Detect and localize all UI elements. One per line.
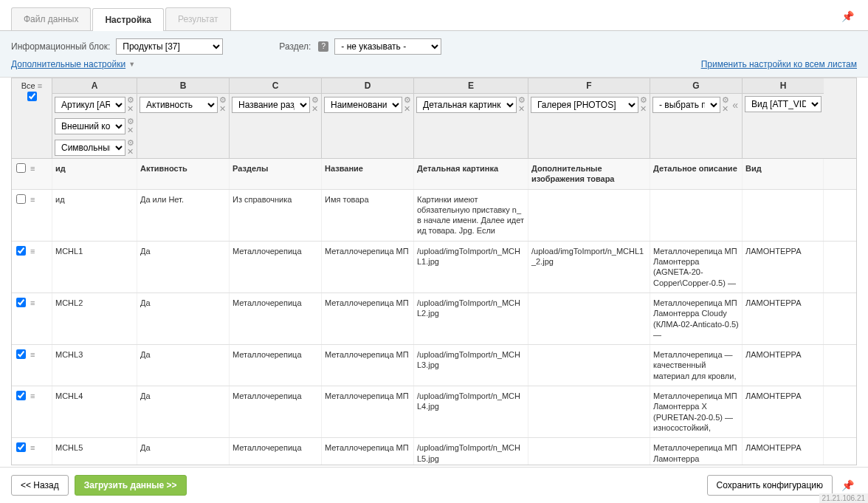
th-b: Активность [137,159,230,189]
tab-result: Результат [165,7,231,30]
drag-icon[interactable]: ≡ [30,298,35,308]
drag-icon[interactable]: ≡ [30,163,35,174]
tab-file[interactable]: Файл данных [11,7,91,30]
close-icon[interactable]: ✕ [640,105,647,113]
cell-e: /upload/imgToImport/n_MCHL1.jpg [414,242,528,292]
pin-icon[interactable]: 📌 [838,7,857,30]
gear-icon[interactable]: ⚙ [404,96,411,104]
all-label: Все [21,81,35,90]
cell-b: Да [137,242,230,292]
row-checkbox[interactable] [16,194,26,204]
col-e-select[interactable]: Детальная картинка (путь) [416,97,517,113]
apply-all-link[interactable]: Применить настройки ко всем листам [701,59,857,69]
drag-icon[interactable]: ≡ [30,349,35,360]
cell-d: Имя товара [322,190,414,241]
section-select[interactable]: - не указывать - [334,38,441,55]
col-g-select[interactable]: - выбрать поле - [652,97,720,113]
close-icon[interactable]: ✕ [127,148,134,156]
cell-f [528,293,650,344]
gear-icon[interactable]: ⚙ [722,96,729,104]
col-d-select[interactable]: Наименование элемента [324,97,402,113]
cell-e: /upload/imgToImport/n_MCHL4.jpg [414,386,528,437]
close-icon[interactable]: ✕ [311,105,319,113]
cell-h: ЛАМОНТЕРРА [743,386,824,437]
checkbox-all[interactable] [27,92,37,101]
drag-icon[interactable]: ≡ [30,194,35,205]
save-config-button[interactable]: Сохранить конфигурацию [707,475,833,496]
load-data-button[interactable]: Загрузить данные >> [75,475,187,496]
gear-icon[interactable]: ⚙ [311,96,319,104]
close-icon[interactable]: ✕ [127,126,134,134]
chevron-down-icon: ▼ [128,61,135,68]
gear-icon[interactable]: ⚙ [640,96,647,104]
row-checkbox[interactable] [16,391,26,400]
col-letter-g: G [650,78,742,94]
cell-h: ЛАМОНТЕРРА [743,438,824,465]
th-a: ид [52,159,137,189]
cell-f [528,190,650,241]
row-checkbox[interactable] [16,442,26,452]
col-a-select-3[interactable]: Символьный код [55,140,125,156]
cell-a: MCHL5 [52,438,137,465]
close-icon[interactable]: ✕ [722,105,729,113]
checkbox-head[interactable] [16,163,26,173]
col-letter-b: B [137,78,229,94]
col-b-select[interactable]: Активность [140,97,218,113]
cell-e: /upload/imgToImport/n_MCHL5.jpg [414,438,528,465]
column-header-row: Все ≡ A Артикул [ARTICLE]⚙✕ Внешний код⚙… [11,78,857,159]
cell-c: Металлочерепица [230,293,322,344]
cell-g: Металлочерепица — качественный материал … [650,345,743,386]
close-icon[interactable]: ✕ [404,105,411,113]
cell-h: ЛАМОНТЕРРА [743,242,824,292]
row-checkbox[interactable] [16,349,26,359]
table-row: ≡MCHL1ДаМеталлочерепицаМеталлочерепица М… [12,242,856,293]
th-g: Детальное описание [650,159,743,189]
gear-icon[interactable]: ⚙ [127,117,134,126]
gear-icon[interactable]: ⚙ [127,96,134,104]
col-f-select[interactable]: Галерея [PHOTOS] [531,97,638,113]
cell-g: Металлочерепица МП Ламонтерра X (PURETAN… [650,386,743,437]
col-c-select[interactable]: Название раздела [232,97,310,113]
col-all: Все ≡ [12,78,52,158]
cell-d: Металлочерепица МП [322,293,414,344]
extra-settings-link[interactable]: Дополнительные настройки [11,59,125,69]
drag-icon[interactable]: ≡ [30,391,35,401]
pin-icon[interactable]: 📌 [838,476,857,494]
cell-b: Да [137,293,230,344]
gear-icon[interactable]: ⚙ [127,139,134,147]
col-a-select-1[interactable]: Артикул [ARTICLE] [55,97,125,113]
gear-icon[interactable]: ⚙ [219,96,227,104]
data-area: ≡ ид Активность Разделы Название Детальн… [11,159,857,465]
table-row: ≡MCHL2ДаМеталлочерепицаМеталлочерепица М… [12,293,856,345]
th-h: Вид [743,159,824,189]
mapping-grid: Все ≡ A Артикул [ARTICLE]⚙✕ Внешний код⚙… [0,78,868,465]
tab-settings[interactable]: Настройка [92,8,164,31]
section-label: Раздел: [279,41,311,52]
cell-c: Металлочерепица [230,386,322,437]
cell-b: Да [137,438,230,465]
cell-e: /upload/imgToImport/n_MCHL2.jpg [414,293,528,344]
collapse-left-icon[interactable]: « [731,99,740,111]
col-a-select-2[interactable]: Внешний код [55,118,125,134]
drag-icon[interactable]: ≡ [30,246,35,256]
table-row: ≡MCHL3ДаМеталлочерепицаМеталлочерепица М… [12,345,856,386]
close-icon[interactable]: ✕ [127,105,134,113]
cell-c: Металлочерепица [230,438,322,465]
gear-icon[interactable]: ⚙ [518,96,526,104]
help-icon[interactable]: ? [318,41,328,52]
col-h-select[interactable]: Вид [ATT_VID_ME] [745,96,822,112]
col-letter-c: C [230,78,321,94]
menu-icon[interactable]: ≡ [38,81,42,90]
row-checkbox[interactable] [16,246,26,256]
cell-f: /upload/imgToImport/n_MCHL1_2.jpg [528,242,650,292]
close-icon[interactable]: ✕ [219,105,227,113]
info-block-select[interactable]: Продукты [37] [116,38,223,55]
cell-h [743,190,824,241]
close-icon[interactable]: ✕ [518,105,526,113]
cell-b: Да [137,386,230,437]
info-block-label: Информационный блок: [11,41,110,52]
row-checkbox[interactable] [16,298,26,307]
drag-icon[interactable]: ≡ [30,442,35,453]
th-d: Название [322,159,414,189]
back-button[interactable]: << Назад [11,475,69,496]
